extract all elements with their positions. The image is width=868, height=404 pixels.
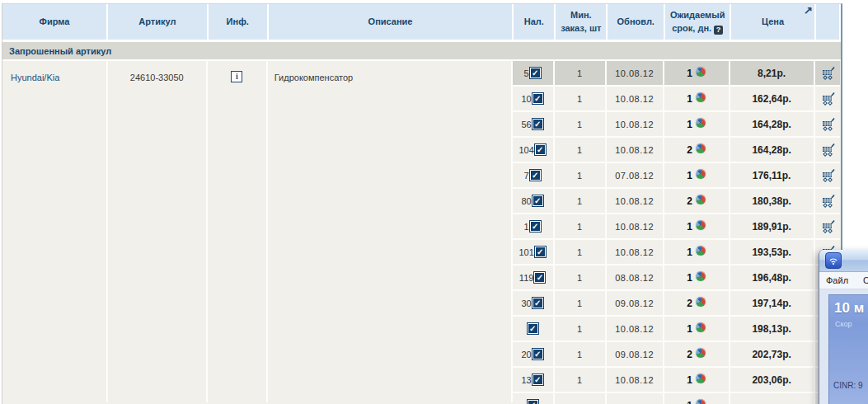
pie-chart-icon xyxy=(696,246,706,256)
add-to-cart-button[interactable] xyxy=(815,214,840,240)
firm-link[interactable]: Hyundai/Kia xyxy=(2,61,108,402)
pie-chart-icon xyxy=(696,322,706,332)
info-cell: i xyxy=(208,61,268,402)
col-header-description: Описание xyxy=(269,4,514,40)
menu-second[interactable]: С xyxy=(863,275,868,285)
price-cell: 164,28р. xyxy=(730,112,815,138)
checkmark-icon: ✓ xyxy=(528,324,537,333)
offer-row: 7 ✓ 1 07.08.12 1 176,11р. xyxy=(513,163,841,189)
min-order-cell: 1 xyxy=(555,368,607,393)
in-stock-checkbox[interactable]: ✓ xyxy=(529,220,542,233)
menu-file[interactable]: Файл xyxy=(826,275,848,285)
offer-row: 13 ✓ 1 10.08.12 1 203,06р. xyxy=(513,368,841,393)
updated-date-cell: 08.08.12 xyxy=(607,265,664,291)
add-to-cart-button[interactable] xyxy=(815,87,840,112)
in-stock-checkbox[interactable]: ✓ xyxy=(532,195,544,207)
add-to-cart-button[interactable] xyxy=(815,112,840,138)
in-stock-checkbox[interactable]: ✓ xyxy=(532,373,544,386)
col-header-info: Инф. xyxy=(209,4,269,40)
expected-days-cell: 1 xyxy=(664,87,730,112)
updated-date-cell xyxy=(607,393,664,404)
expected-days-cell: 1 xyxy=(664,163,730,189)
availability-value: 104 xyxy=(518,145,533,155)
updated-date-cell: 10.08.12 xyxy=(607,87,664,112)
offer-row: ✓ 1 xyxy=(513,393,841,404)
add-to-cart-button[interactable] xyxy=(815,189,840,214)
info-icon[interactable]: i xyxy=(231,71,242,82)
checkmark-icon: ✓ xyxy=(533,350,542,359)
in-stock-checkbox[interactable]: ✓ xyxy=(527,399,539,404)
col-header-info-label: Инф. xyxy=(227,16,249,29)
col-header-updated-label: Обновл. xyxy=(617,16,655,29)
in-stock-checkbox[interactable]: ✓ xyxy=(527,322,539,335)
updated-date-cell: 07.08.12 xyxy=(607,163,664,189)
in-stock-checkbox[interactable]: ✓ xyxy=(529,67,542,79)
availability-cell: 1 ✓ xyxy=(513,214,555,240)
in-stock-checkbox[interactable]: ✓ xyxy=(532,92,544,105)
checkmark-icon: ✓ xyxy=(533,120,542,129)
cart-icon xyxy=(819,219,836,234)
expected-days-cell: 1 xyxy=(664,265,730,291)
price-cell: 196,48р. xyxy=(730,265,815,291)
price-cell: 198,13р. xyxy=(730,317,815,342)
description-cell: Гидрокомпенсатор xyxy=(268,61,513,402)
availability-cell: ✓ xyxy=(513,317,555,342)
expected-days-value: 1 xyxy=(687,119,692,130)
availability-cell: 101 ✓ xyxy=(513,240,555,265)
cart-icon xyxy=(819,143,836,157)
add-to-cart-button[interactable] xyxy=(815,138,840,163)
section-row: Запрошенный артикул xyxy=(2,42,841,61)
expected-days-value: 2 xyxy=(687,195,692,207)
availability-cell: 80 ✓ xyxy=(513,189,555,214)
updated-date-cell: 10.08.12 xyxy=(607,189,664,214)
expand-table-arrow-icon[interactable]: ↗ xyxy=(804,5,813,16)
col-header-article: Артикул xyxy=(108,4,209,40)
min-order-cell: 1 xyxy=(555,87,607,112)
expected-days-value: 2 xyxy=(687,144,692,156)
checkmark-icon: ✓ xyxy=(536,145,545,154)
signal-cinr-label: CINR: 9 xyxy=(833,381,863,390)
expected-days-cell: 1 xyxy=(664,393,730,404)
col-header-firm: Фирма xyxy=(2,4,108,40)
availability-cell: 10 ✓ xyxy=(513,87,555,112)
expected-days-cell: 1 xyxy=(664,112,730,138)
min-order-cell: 1 xyxy=(555,317,607,342)
checkmark-icon: ✓ xyxy=(535,273,544,282)
in-stock-checkbox[interactable]: ✓ xyxy=(532,118,544,130)
pie-chart-icon xyxy=(696,373,706,383)
min-order-cell: 1 xyxy=(555,291,607,317)
checkmark-icon: ✓ xyxy=(533,196,542,205)
checkmark-icon: ✓ xyxy=(528,401,537,404)
availability-value: 56 xyxy=(521,120,531,129)
price-cell: 8,21р. xyxy=(730,61,815,87)
in-stock-checkbox[interactable]: ✓ xyxy=(529,169,542,181)
availability-cell: 104 ✓ xyxy=(513,138,555,163)
col-header-min-order-label: Мин. заказ, шт xyxy=(559,9,603,35)
expected-days-value: 2 xyxy=(687,349,692,360)
overlay-titlebar[interactable] xyxy=(819,250,868,272)
checkmark-icon: ✓ xyxy=(533,298,542,308)
in-stock-checkbox[interactable]: ✓ xyxy=(532,297,544,309)
pie-chart-icon xyxy=(696,271,706,281)
min-order-cell: 1 xyxy=(555,189,607,214)
section-title: Запрошенный артикул xyxy=(9,46,111,56)
add-to-cart-button[interactable] xyxy=(815,61,840,87)
pie-chart-icon xyxy=(696,143,706,153)
in-stock-checkbox[interactable]: ✓ xyxy=(532,348,544,360)
col-header-price-label: Цена xyxy=(762,16,784,29)
add-to-cart-button[interactable] xyxy=(815,163,840,189)
in-stock-checkbox[interactable]: ✓ xyxy=(534,246,547,258)
offer-row: 5 ✓ 1 10.08.12 1 8,21р. xyxy=(513,61,841,87)
offer-row: 104 ✓ 1 10.08.12 2 164,28р. xyxy=(513,138,841,163)
min-order-cell: 1 xyxy=(555,214,607,240)
in-stock-checkbox[interactable]: ✓ xyxy=(533,271,546,284)
help-icon[interactable]: ? xyxy=(714,26,723,35)
checkmark-icon: ✓ xyxy=(531,171,540,180)
min-order-cell xyxy=(555,393,607,404)
updated-date-cell: 10.08.12 xyxy=(607,112,664,138)
price-cell: 203,06р. xyxy=(730,368,815,393)
min-order-cell: 1 xyxy=(555,240,607,265)
in-stock-checkbox[interactable]: ✓ xyxy=(534,143,547,156)
updated-date-cell: 10.08.12 xyxy=(607,368,664,393)
price-cell: 176,11р. xyxy=(730,163,815,189)
